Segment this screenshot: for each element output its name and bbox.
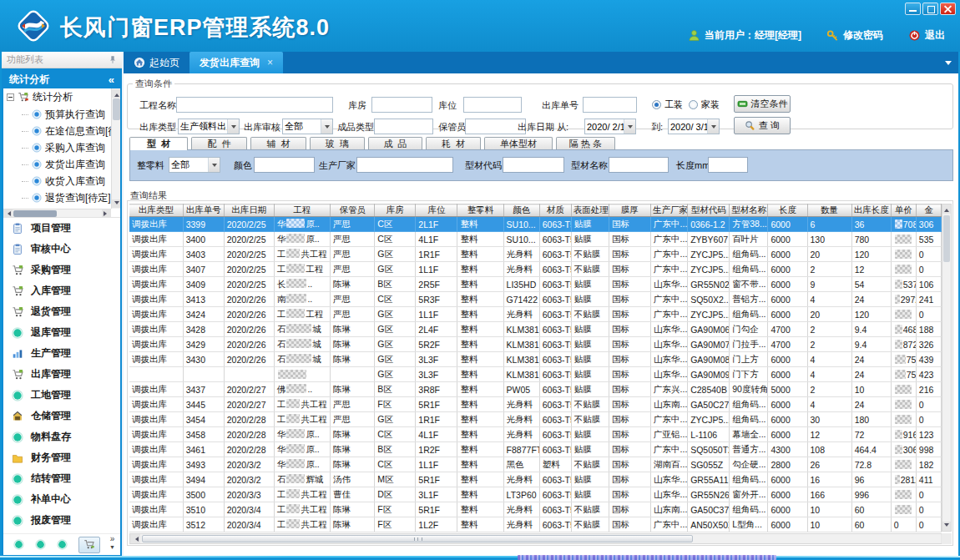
column-header-q[interactable]: 数量: [807, 204, 851, 217]
table-row[interactable]: 调拨出库34292020/2/26石城陈琳G区5R2F整料KLM38176063…: [129, 337, 942, 352]
tree-item[interactable]: 收货入库查询: [3, 173, 120, 189]
sidebar-module[interactable]: 补单中心: [3, 489, 120, 510]
location-input[interactable]: [463, 97, 522, 113]
material-tab[interactable]: 玻 璃: [310, 137, 365, 149]
table-row[interactable]: 调拨出库34242020/2/26工工程严思G区1L1F整料光身料6063-T5…: [129, 307, 942, 322]
sidebar-module[interactable]: 物料盘存: [3, 426, 120, 447]
column-header-pr[interactable]: 单价: [891, 204, 916, 217]
radio-jiazhuang[interactable]: 家装: [689, 98, 720, 111]
tree-root[interactable]: 统计分析: [3, 88, 120, 106]
scroll-down-icon[interactable]: [942, 522, 951, 531]
table-row[interactable]: 调拨出库34002020/2/25华原..严思C区4L1F整料SU10...60…: [129, 232, 942, 247]
sidebar-module[interactable]: 结转管理: [3, 468, 120, 489]
sidebar-module[interactable]: 报废管理: [3, 510, 120, 531]
table-row[interactable]: 调拨出库34932020/3/2华原..陈琳C区1L1F整料黑色塑料不贴膜国标湖…: [129, 457, 942, 472]
sidebar-module[interactable]: 财务管理: [3, 447, 120, 468]
table-row[interactable]: 调拨出库34542020/2/28工共工程严思G区1R1F整料光身料6063-T…: [129, 412, 942, 427]
length-input[interactable]: [708, 157, 748, 173]
tree-expander-icon[interactable]: [7, 93, 14, 101]
table-row[interactable]: 调拨出库35122020/3/4工共工程陈琳F区1L2F整料光身料6063-T5…: [129, 517, 942, 532]
table-row[interactable]: 调拨出库33992020/2/25华原..严思C区2L1F整料SU10...60…: [129, 217, 942, 232]
tree-item[interactable]: 预算执行查询: [3, 106, 120, 123]
color-input[interactable]: [254, 157, 315, 173]
column-header-l[interactable]: 库位: [416, 204, 457, 217]
tree-vertical-scrollbar[interactable]: [111, 88, 120, 209]
sidebar-module[interactable]: 生产管理: [3, 343, 120, 364]
date-from-picker[interactable]: 2020/ 2/16: [584, 119, 636, 134]
tab-home[interactable]: 起始页: [124, 52, 189, 73]
table-row[interactable]: 调拨出库35002020/3/3工共工程曹佳D区3L1F整料LT3P606063…: [129, 487, 942, 502]
hscroll-thumb[interactable]: [142, 535, 693, 542]
scroll-up-icon[interactable]: [942, 204, 951, 214]
sidebar-module[interactable]: 工地管理: [3, 385, 120, 406]
change-password[interactable]: 修改密码: [826, 28, 883, 43]
tree-item[interactable]: 采购入库查询: [3, 139, 120, 156]
cart-shortcut-button[interactable]: [78, 537, 100, 553]
column-header-len[interactable]: 长度: [768, 204, 807, 217]
manufacturer-input[interactable]: [356, 157, 453, 173]
radio-gongzhuang[interactable]: 工装: [652, 98, 683, 111]
collapse-icon[interactable]: «: [109, 73, 114, 86]
sidebar-module[interactable]: 退库管理: [3, 322, 120, 343]
scroll-left-icon[interactable]: [3, 209, 13, 218]
material-tab[interactable]: 隔 热 条: [556, 137, 615, 149]
clear-conditions-button[interactable]: 清空条件: [734, 95, 791, 113]
sidebar-module[interactable]: 出库管理: [3, 364, 120, 385]
table-row[interactable]: 调拨出库34942020/3/2石辉城汤伟M区5R1F整料光身料6063-T5贴…: [129, 472, 942, 487]
column-header-ol[interactable]: 出库长度: [851, 204, 891, 217]
table-row[interactable]: G区3L3F整料KLM38176063-T5贴膜国标山东华...GA90M09.…: [129, 367, 942, 382]
table-row[interactable]: 调拨出库34452020/2/27工共工程严思F区5R1F整料光身料6063-T…: [129, 397, 942, 412]
table-row[interactable]: 调拨出库34302020/2/26石城陈琳G区3L3F整料KLM38176063…: [129, 352, 942, 367]
material-tab[interactable]: 耗 材: [426, 137, 481, 149]
column-header-mk[interactable]: 生产厂家: [651, 204, 688, 217]
tab-shipping-outbound-query[interactable]: 发货出库查询 ×: [189, 52, 283, 73]
table-row[interactable]: 调拨出库34132020/2/26南..严思C区5R3F整料G714226063…: [129, 292, 942, 307]
sidebar-module[interactable]: 退货管理: [3, 301, 120, 322]
column-header-k[interactable]: 保管员: [331, 204, 375, 217]
table-row[interactable]: 调拨出库34032020/2/25工共工程严思G区1R1F整料光身料6063-T…: [129, 247, 942, 262]
search-button[interactable]: 查 询: [734, 117, 791, 134]
table-vertical-scrollbar[interactable]: [942, 204, 952, 532]
module-dot-icon[interactable]: [57, 539, 68, 550]
tab-close-icon[interactable]: ×: [267, 57, 273, 68]
vscroll-thumb[interactable]: [943, 215, 950, 262]
table-row[interactable]: 调拨出库34582020/2/28华原..陈琳C区4L1F整料光身料6063-T…: [129, 427, 942, 442]
table-horizontal-scrollbar[interactable]: [129, 533, 952, 544]
sidebar-module[interactable]: 项目管理: [3, 218, 120, 239]
tree-item[interactable]: 在途信息查询[待: [3, 123, 120, 139]
tree-item[interactable]: 退货查询[待定]: [3, 189, 120, 206]
sidebar-module[interactable]: 入库管理: [3, 280, 120, 301]
date-to-picker[interactable]: 2020/ 3/16: [668, 119, 720, 134]
tree-horizontal-scrollbar[interactable]: [3, 209, 111, 217]
tree-hscroll-thumb[interactable]: [13, 210, 57, 217]
material-tab[interactable]: 单体型材: [484, 137, 553, 149]
column-header-f[interactable]: 膜厚: [609, 204, 650, 217]
sidebar-section-statistics[interactable]: 统计分析 «: [3, 70, 120, 88]
warehouse-input[interactable]: [371, 97, 432, 113]
table-row[interactable]: 调拨出库35102020/3/4工共工程陈琳F区5R1F整料光身料6063-T5…: [129, 502, 942, 517]
close-button[interactable]: [940, 3, 956, 15]
tab-list-dropdown-icon[interactable]: [945, 61, 952, 68]
column-header-s[interactable]: 表面处理: [571, 204, 609, 217]
maximize-button[interactable]: [922, 3, 938, 15]
tree-item[interactable]: 发货出库查询: [3, 156, 120, 173]
column-header-d[interactable]: 出库日期: [224, 204, 274, 217]
profile-name-input[interactable]: [609, 157, 669, 173]
profile-code-input[interactable]: [503, 157, 564, 173]
whole-part-select[interactable]: 全部: [169, 157, 220, 173]
module-dot-icon[interactable]: [35, 539, 46, 550]
radio-selected-icon[interactable]: [652, 100, 661, 109]
material-tab[interactable]: 型 材: [129, 137, 188, 150]
table-row[interactable]: 调拨出库34072020/2/25工工程严思G区1L1F整料光身料6063-T5…: [129, 262, 942, 277]
current-user[interactable]: 当前用户：经理[经理]: [688, 28, 801, 43]
tree-scroll-thumb[interactable]: [113, 98, 120, 120]
column-header-c[interactable]: 颜色: [503, 204, 539, 217]
sidebar-module[interactable]: 审核中心: [3, 239, 120, 260]
table-row[interactable]: 调拨出库34092020/2/25长..陈琳B区2R5F整料LI35HD6063…: [129, 277, 942, 292]
logout[interactable]: 退出: [908, 28, 945, 43]
column-header-p[interactable]: 工程: [274, 204, 330, 217]
sidebar-module[interactable]: 仓储管理: [3, 406, 120, 426]
scroll-down-icon[interactable]: [112, 199, 120, 208]
column-header-cd[interactable]: 型材代码: [688, 204, 730, 217]
material-tab[interactable]: 辅 材: [250, 137, 306, 149]
